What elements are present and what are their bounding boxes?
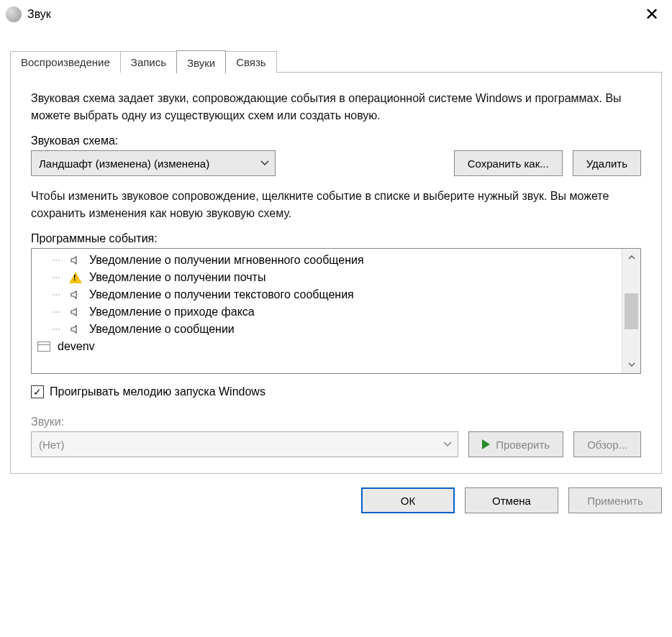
events-description: Чтобы изменить звуковое сопровождение, щ… [31, 188, 641, 222]
play-icon [482, 439, 490, 449]
chevron-down-icon [443, 441, 452, 447]
event-label: Уведомление о получении текстового сообщ… [89, 288, 354, 301]
chevron-down-icon [260, 160, 269, 166]
tab-strip: Воспроизведение Запись Звуки Связь [10, 50, 672, 73]
events-listbox[interactable]: ⋯Уведомление о получении мгновенного соо… [31, 248, 641, 374]
scroll-up-button[interactable] [622, 249, 640, 266]
window-title: Звук [27, 8, 51, 21]
scheme-value: Ландшафт (изменена) (изменена) [39, 157, 209, 170]
startup-sound-label: Проигрывать мелодию запуска Windows [50, 385, 265, 398]
app-icon [6, 6, 22, 22]
startup-sound-checkbox[interactable]: ✓ [31, 385, 44, 398]
event-item[interactable]: ⋯Уведомление о получении мгновенного соо… [37, 252, 622, 269]
events-label: Программные события: [31, 232, 641, 245]
browse-button[interactable]: Обзор... [573, 431, 641, 457]
speaker-icon [69, 254, 82, 267]
event-label: Уведомление о получении мгновенного сооб… [89, 254, 364, 267]
titlebar: Звук ✕ [0, 0, 672, 29]
scrollbar[interactable] [622, 249, 640, 373]
save-as-button[interactable]: Сохранить как... [454, 150, 563, 176]
tab-communications[interactable]: Связь [225, 51, 276, 73]
speaker-icon [69, 288, 82, 301]
event-item[interactable]: ⋯Уведомление о получении почты [37, 269, 622, 286]
scheme-label: Звуковая схема: [31, 134, 641, 147]
speaker-icon [69, 323, 82, 336]
speaker-icon [69, 306, 82, 318]
sounds-combobox[interactable]: (Нет) [31, 431, 458, 457]
close-button[interactable]: ✕ [639, 4, 665, 24]
sounds-value: (Нет) [39, 439, 65, 451]
apply-button[interactable]: Применить [568, 487, 662, 513]
tab-sounds[interactable]: Звуки [176, 50, 226, 73]
scroll-track[interactable] [622, 266, 640, 356]
event-label: Уведомление о сообщении [89, 323, 235, 336]
warning-icon [69, 272, 82, 283]
event-item[interactable]: ⋯Уведомление о сообщении [37, 321, 622, 338]
window-icon [37, 342, 50, 352]
cancel-button[interactable]: Отмена [465, 487, 558, 513]
test-button[interactable]: Проверить [468, 431, 563, 457]
scheme-combobox[interactable]: Ландшафт (изменена) (изменена) [31, 150, 276, 176]
event-label: Уведомление о получении почты [89, 271, 265, 284]
tab-playback[interactable]: Воспроизведение [10, 51, 121, 73]
event-item[interactable]: devenv [37, 338, 622, 355]
event-label: Уведомление о приходе факса [89, 306, 255, 318]
sounds-label: Звуки: [31, 416, 641, 429]
ok-button[interactable]: ОК [361, 487, 455, 513]
tab-panel: Звуковая схема задает звуки, сопровождаю… [10, 72, 662, 474]
event-item[interactable]: ⋯Уведомление о приходе факса [37, 303, 622, 321]
scroll-down-button[interactable] [622, 356, 640, 373]
tab-recording[interactable]: Запись [120, 51, 177, 73]
event-label: devenv [58, 340, 95, 353]
delete-button[interactable]: Удалить [573, 150, 641, 176]
dialog-footer: ОК Отмена Применить [0, 475, 672, 513]
scheme-description: Звуковая схема задает звуки, сопровождаю… [31, 90, 641, 124]
scroll-thumb[interactable] [625, 293, 638, 329]
event-item[interactable]: ⋯Уведомление о получении текстового сооб… [37, 286, 622, 303]
